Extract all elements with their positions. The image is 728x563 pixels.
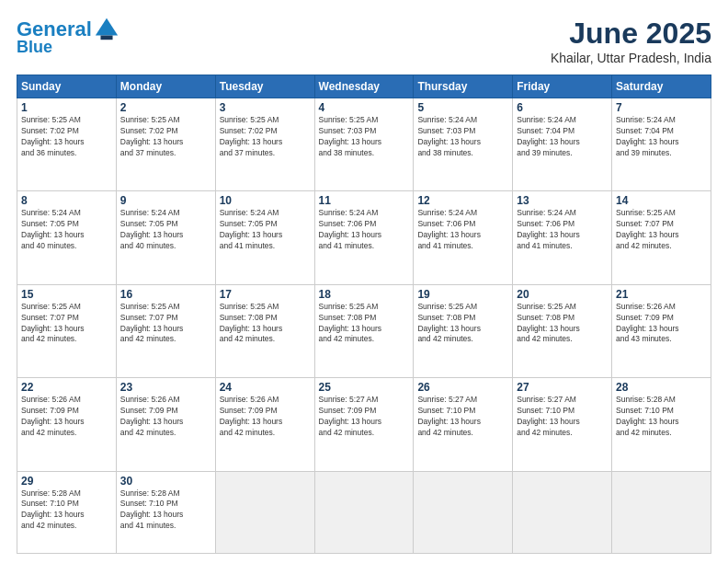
day-info: Sunrise: 5:25 AMSunset: 7:02 PMDaylight:… [220, 115, 311, 159]
day-number: 9 [120, 194, 211, 207]
day-info: Sunrise: 5:28 AMSunset: 7:10 PMDaylight:… [120, 488, 211, 533]
col-friday: Friday [513, 75, 612, 98]
month-title: June 2025 [551, 17, 711, 51]
day-number: 14 [616, 194, 707, 207]
calendar-cell [414, 471, 513, 554]
day-info: Sunrise: 5:24 AMSunset: 7:05 PMDaylight:… [120, 208, 211, 252]
day-number: 20 [517, 288, 608, 301]
calendar-cell: 8 Sunrise: 5:24 AMSunset: 7:05 PMDayligh… [17, 191, 117, 284]
day-info: Sunrise: 5:25 AMSunset: 7:02 PMDaylight:… [21, 115, 112, 159]
calendar-cell: 21 Sunrise: 5:26 AMSunset: 7:09 PMDaylig… [612, 284, 711, 377]
day-number: 28 [616, 381, 707, 394]
col-wednesday: Wednesday [314, 75, 414, 98]
day-info: Sunrise: 5:24 AMSunset: 7:06 PMDaylight:… [417, 208, 508, 252]
calendar-cell: 9 Sunrise: 5:24 AMSunset: 7:05 PMDayligh… [116, 191, 215, 284]
day-info: Sunrise: 5:24 AMSunset: 7:05 PMDaylight:… [220, 208, 311, 252]
logo: General Blue [17, 17, 119, 57]
day-info: Sunrise: 5:26 AMSunset: 7:09 PMDaylight:… [120, 395, 211, 439]
calendar-cell: 25 Sunrise: 5:27 AMSunset: 7:09 PMDaylig… [314, 378, 414, 471]
svg-rect-1 [100, 36, 112, 40]
day-info: Sunrise: 5:24 AMSunset: 7:03 PMDaylight:… [417, 115, 508, 159]
calendar-cell: 1 Sunrise: 5:25 AMSunset: 7:02 PMDayligh… [17, 98, 117, 191]
calendar-cell [513, 471, 612, 554]
calendar-cell: 22 Sunrise: 5:26 AMSunset: 7:09 PMDaylig… [17, 378, 117, 471]
week-row-3: 15 Sunrise: 5:25 AMSunset: 7:07 PMDaylig… [17, 284, 711, 377]
calendar-cell: 28 Sunrise: 5:28 AMSunset: 7:10 PMDaylig… [612, 378, 711, 471]
day-info: Sunrise: 5:25 AMSunset: 7:07 PMDaylight:… [120, 302, 211, 346]
calendar-cell: 14 Sunrise: 5:25 AMSunset: 7:07 PMDaylig… [612, 191, 711, 284]
day-number: 22 [21, 381, 112, 394]
day-number: 18 [319, 288, 410, 301]
calendar-cell [612, 471, 711, 554]
day-number: 5 [417, 101, 508, 114]
calendar-cell: 10 Sunrise: 5:24 AMSunset: 7:05 PMDaylig… [215, 191, 314, 284]
calendar-cell: 3 Sunrise: 5:25 AMSunset: 7:02 PMDayligh… [215, 98, 314, 191]
week-row-1: 1 Sunrise: 5:25 AMSunset: 7:02 PMDayligh… [17, 98, 711, 191]
day-number: 19 [417, 288, 508, 301]
day-number: 23 [120, 381, 211, 394]
day-number: 21 [616, 288, 707, 301]
day-number: 15 [21, 288, 112, 301]
day-info: Sunrise: 5:25 AMSunset: 7:08 PMDaylight:… [417, 302, 508, 346]
calendar-cell: 2 Sunrise: 5:25 AMSunset: 7:02 PMDayligh… [116, 98, 215, 191]
svg-marker-0 [96, 18, 118, 36]
day-info: Sunrise: 5:24 AMSunset: 7:05 PMDaylight:… [21, 208, 112, 252]
calendar-cell: 27 Sunrise: 5:27 AMSunset: 7:10 PMDaylig… [513, 378, 612, 471]
location: Khailar, Uttar Pradesh, India [551, 51, 711, 65]
day-number: 30 [120, 475, 211, 488]
calendar-cell [215, 471, 314, 554]
day-info: Sunrise: 5:27 AMSunset: 7:09 PMDaylight:… [319, 395, 410, 439]
calendar-cell: 18 Sunrise: 5:25 AMSunset: 7:08 PMDaylig… [314, 284, 414, 377]
calendar-cell: 13 Sunrise: 5:24 AMSunset: 7:06 PMDaylig… [513, 191, 612, 284]
day-info: Sunrise: 5:25 AMSunset: 7:03 PMDaylight:… [319, 115, 410, 159]
page-header: General Blue June 2025 Khailar, Uttar Pr… [17, 17, 711, 65]
day-number: 17 [220, 288, 311, 301]
day-info: Sunrise: 5:26 AMSunset: 7:09 PMDaylight:… [616, 302, 707, 346]
calendar-cell: 24 Sunrise: 5:26 AMSunset: 7:09 PMDaylig… [215, 378, 314, 471]
day-info: Sunrise: 5:24 AMSunset: 7:06 PMDaylight:… [319, 208, 410, 252]
day-number: 16 [120, 288, 211, 301]
day-info: Sunrise: 5:25 AMSunset: 7:08 PMDaylight:… [517, 302, 608, 346]
calendar-cell: 4 Sunrise: 5:25 AMSunset: 7:03 PMDayligh… [314, 98, 414, 191]
day-number: 13 [517, 194, 608, 207]
calendar-cell: 16 Sunrise: 5:25 AMSunset: 7:07 PMDaylig… [116, 284, 215, 377]
day-info: Sunrise: 5:27 AMSunset: 7:10 PMDaylight:… [417, 395, 508, 439]
day-number: 1 [21, 101, 112, 114]
day-info: Sunrise: 5:25 AMSunset: 7:08 PMDaylight:… [319, 302, 410, 346]
day-info: Sunrise: 5:25 AMSunset: 7:07 PMDaylight:… [616, 208, 707, 252]
calendar-cell: 12 Sunrise: 5:24 AMSunset: 7:06 PMDaylig… [414, 191, 513, 284]
day-info: Sunrise: 5:26 AMSunset: 7:09 PMDaylight:… [21, 395, 112, 439]
day-info: Sunrise: 5:24 AMSunset: 7:04 PMDaylight:… [616, 115, 707, 159]
day-number: 12 [417, 194, 508, 207]
col-tuesday: Tuesday [215, 75, 314, 98]
day-number: 10 [220, 194, 311, 207]
day-number: 2 [120, 101, 211, 114]
calendar-cell: 7 Sunrise: 5:24 AMSunset: 7:04 PMDayligh… [612, 98, 711, 191]
col-monday: Monday [116, 75, 215, 98]
calendar-cell: 19 Sunrise: 5:25 AMSunset: 7:08 PMDaylig… [414, 284, 513, 377]
calendar-cell: 5 Sunrise: 5:24 AMSunset: 7:03 PMDayligh… [414, 98, 513, 191]
week-row-4: 22 Sunrise: 5:26 AMSunset: 7:09 PMDaylig… [17, 378, 711, 471]
calendar-header-row: Sunday Monday Tuesday Wednesday Thursday… [17, 75, 711, 98]
calendar-cell: 26 Sunrise: 5:27 AMSunset: 7:10 PMDaylig… [414, 378, 513, 471]
calendar-cell: 30 Sunrise: 5:28 AMSunset: 7:10 PMDaylig… [116, 471, 215, 554]
col-thursday: Thursday [414, 75, 513, 98]
day-number: 29 [21, 475, 112, 488]
day-number: 3 [220, 101, 311, 114]
day-number: 24 [220, 381, 311, 394]
week-row-5: 29 Sunrise: 5:28 AMSunset: 7:10 PMDaylig… [17, 471, 711, 554]
day-info: Sunrise: 5:24 AMSunset: 7:04 PMDaylight:… [517, 115, 608, 159]
logo-icon [94, 17, 119, 42]
calendar-cell [314, 471, 414, 554]
day-number: 8 [21, 194, 112, 207]
calendar-cell: 11 Sunrise: 5:24 AMSunset: 7:06 PMDaylig… [314, 191, 414, 284]
calendar-cell: 6 Sunrise: 5:24 AMSunset: 7:04 PMDayligh… [513, 98, 612, 191]
day-number: 26 [417, 381, 508, 394]
col-sunday: Sunday [17, 75, 117, 98]
day-info: Sunrise: 5:25 AMSunset: 7:08 PMDaylight:… [220, 302, 311, 346]
col-saturday: Saturday [612, 75, 711, 98]
day-info: Sunrise: 5:28 AMSunset: 7:10 PMDaylight:… [21, 488, 112, 533]
day-number: 11 [319, 194, 410, 207]
day-number: 27 [517, 381, 608, 394]
day-number: 4 [319, 101, 410, 114]
